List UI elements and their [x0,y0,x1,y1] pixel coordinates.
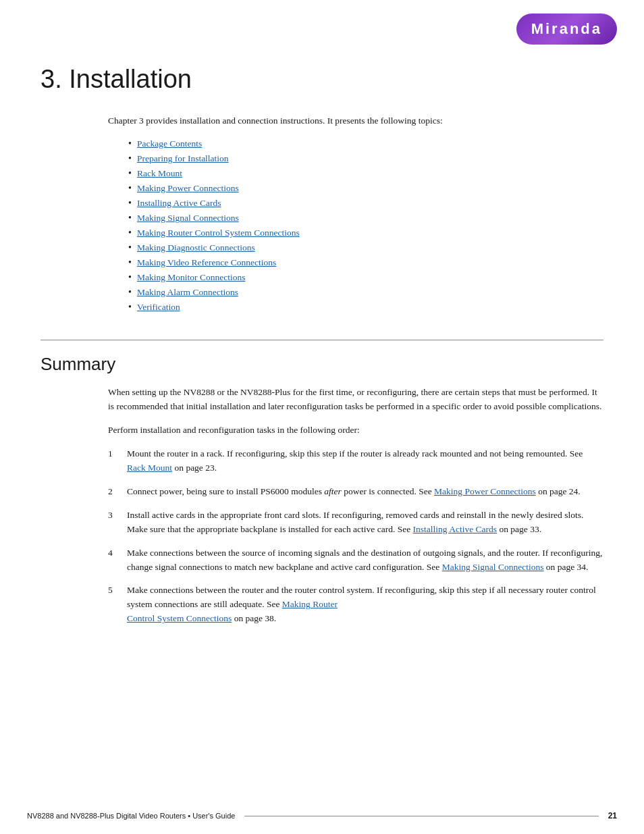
list-item: Installing Active Cards [128,198,603,209]
topic-link-signal[interactable]: Making Signal Connections [137,213,239,224]
logo: Miranda [516,14,617,45]
summary-title: Summary [41,354,603,375]
topic-link-active-cards[interactable]: Installing Active Cards [137,198,221,209]
step-text: Mount the router in a rack. If reconfigu… [127,447,603,475]
list-item: Making Signal Connections [128,213,603,224]
topic-link-diagnostic[interactable]: Making Diagnostic Connections [137,242,255,253]
summary-para-1: When setting up the NV8288 or the NV8288… [108,386,603,414]
list-item: 1 Mount the router in a rack. If reconfi… [108,447,603,475]
list-item: Preparing for Installation [128,153,603,164]
chapter-title: 3. Installation [41,65,603,94]
step-number: 3 [108,509,127,523]
steps-list: 1 Mount the router in a rack. If reconfi… [108,447,603,626]
step-number: 4 [108,546,127,561]
page-footer: NV8288 and NV8288-Plus Digital Video Rou… [0,811,644,820]
list-item: Making Diagnostic Connections [128,242,603,253]
step-number: 5 [108,583,127,598]
list-item: 4 Make connections between the source of… [108,546,603,575]
footer-divider [244,816,598,816]
list-item: Making Alarm Connections [128,287,603,298]
list-item: Rack Mount [128,168,603,179]
list-item: 5 Make connections between the router an… [108,583,603,626]
summary-content: When setting up the NV8288 or the NV8288… [108,386,603,626]
list-item: Making Monitor Connections [128,272,603,283]
topic-link-video-ref[interactable]: Making Video Reference Connections [137,257,276,268]
topic-link-alarm[interactable]: Making Alarm Connections [137,287,238,298]
topic-link-package-contents[interactable]: Package Contents [137,138,202,149]
logo-text: Miranda [531,20,602,38]
list-item: Verification [128,302,603,313]
topic-link-monitor[interactable]: Making Monitor Connections [137,272,246,283]
step-text: Install active cards in the appropriate … [127,509,603,537]
step-number: 1 [108,447,127,461]
main-content: 3. Installation Chapter 3 provides insta… [0,45,644,676]
step-number: 2 [108,485,127,499]
list-item: 3 Install active cards in the appropriat… [108,509,603,537]
page: Miranda 3. Installation Chapter 3 provid… [0,0,644,834]
link-router-making[interactable]: Making RouterControl System Connections [127,599,338,623]
page-number: 21 [608,811,617,820]
list-item: Package Contents [128,138,603,149]
list-item: 2 Connect power, being sure to install P… [108,485,603,499]
topics-list: Package Contents Preparing for Installat… [128,138,603,313]
topic-link-preparing[interactable]: Preparing for Installation [137,153,229,164]
topic-link-power[interactable]: Making Power Connections [137,183,239,194]
link-making-power[interactable]: Making Power Connections [434,486,536,496]
page-header: Miranda [0,0,644,45]
list-item: Making Power Connections [128,183,603,194]
link-signal-connections[interactable]: Making Signal Connections [442,562,544,572]
topic-link-router-control[interactable]: Making Router Control System Connections [137,228,300,238]
link-installing-active-cards[interactable]: Installing Active Cards [413,524,497,534]
list-item: Making Router Control System Connections [128,228,603,238]
topic-link-verification[interactable]: Verification [137,302,180,313]
section-divider [41,340,603,340]
link-rack-mount[interactable]: Rack Mount [127,463,172,473]
list-item: Making Video Reference Connections [128,257,603,268]
step-text: Make connections between the source of i… [127,546,603,575]
footer-text: NV8288 and NV8288-Plus Digital Video Rou… [27,812,235,820]
intro-paragraph: Chapter 3 provides installation and conn… [108,114,603,128]
summary-para-2: Perform installation and reconfiguration… [108,423,603,438]
step-text: Connect power, being sure to install PS6… [127,485,603,499]
topic-link-rack-mount[interactable]: Rack Mount [137,168,182,179]
step-text: Make connections between the router and … [127,583,603,626]
